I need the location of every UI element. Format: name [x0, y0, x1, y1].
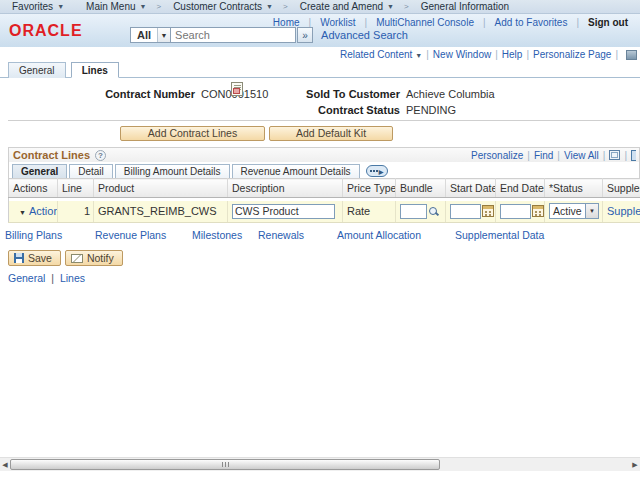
footer-general-link[interactable]: General: [8, 272, 45, 284]
chevron-down-icon: ▼: [266, 3, 273, 10]
lookup-icon[interactable]: [428, 206, 439, 217]
notify-button[interactable]: Notify: [65, 250, 123, 266]
grid-tab-billing-amount-details[interactable]: Billing Amount Details: [115, 164, 230, 178]
search-input[interactable]: [171, 27, 296, 43]
col-status: *Status: [545, 179, 603, 198]
breadcrumb-favorites[interactable]: Favorites▼: [0, 1, 74, 12]
calendar-icon[interactable]: [482, 205, 494, 217]
breadcrumb-main-menu[interactable]: Main Menu▼: [74, 1, 156, 12]
contract-info: Contract Number CON0001510 Sold To Custo…: [0, 82, 640, 120]
add-default-kit-button[interactable]: Add Default Kit: [269, 126, 393, 141]
new-window-link[interactable]: New Window: [433, 49, 491, 60]
tab-lines[interactable]: Lines: [71, 62, 119, 78]
chevron-down-icon: ▼: [19, 209, 26, 216]
col-line: Line: [58, 179, 94, 198]
description-input[interactable]: [232, 204, 335, 219]
row-price-type: Rate: [343, 201, 396, 223]
tab-general[interactable]: General: [8, 62, 66, 78]
related-links: Billing Plans Revenue Plans Milestones R…: [0, 229, 640, 242]
related-content-link[interactable]: Related Content▼: [340, 49, 422, 60]
chevron-down-icon: ▼: [57, 3, 64, 10]
personalize-layout-icon[interactable]: [626, 50, 637, 60]
col-description: Description: [228, 179, 343, 198]
row-product: GRANTS_REIMB_CWS: [94, 201, 228, 223]
horizontal-scrollbar[interactable]: ◀ ▶: [0, 457, 640, 471]
calendar-icon[interactable]: [532, 205, 544, 217]
sold-to-customer-value: Achieve Columbia: [406, 88, 495, 100]
personalize-link[interactable]: Personalize: [471, 150, 523, 161]
add-buttons: Add Contract Lines Add Default Kit: [120, 126, 393, 141]
search-scope-select[interactable]: All ▼: [130, 27, 171, 43]
grid-tab-revenue-amount-details[interactable]: Revenue Amount Details: [232, 164, 360, 178]
contract-lines-group: Contract Lines ? Personalize | Find | Vi…: [8, 147, 640, 223]
supplemental-data-link[interactable]: Supplemental Data: [455, 229, 544, 241]
status-select[interactable]: Active ▼: [549, 203, 599, 219]
nav-add-to-favorites[interactable]: Add to Favorites: [486, 17, 577, 28]
find-link[interactable]: Find: [534, 150, 553, 161]
col-start-date: Start Date: [446, 179, 496, 198]
col-price-type: Price Type: [343, 179, 396, 198]
breadcrumb-general-information: General Information: [409, 1, 519, 12]
grid-tabs: General Detail Billing Amount Details Re…: [8, 162, 640, 178]
zoom-grid-icon[interactable]: [631, 150, 636, 161]
contract-lines-header: Contract Lines ? Personalize | Find | Vi…: [8, 147, 640, 162]
scrollbar-thumb[interactable]: [10, 459, 440, 470]
oracle-logo: ORACLE: [9, 22, 83, 40]
peoplesoft-page: Favorites▼ Main Menu▼ > Customer Contrac…: [0, 0, 640, 480]
add-contract-lines-button[interactable]: Add Contract Lines: [120, 126, 265, 141]
revenue-plans-link[interactable]: Revenue Plans: [95, 229, 166, 241]
col-end-date: End Date: [496, 179, 545, 198]
row-line-number: 1: [58, 201, 94, 223]
help-icon[interactable]: ?: [95, 150, 106, 161]
start-date-input[interactable]: [450, 204, 481, 219]
sign-out-link[interactable]: Sign out: [579, 17, 634, 28]
download-grid-icon[interactable]: [609, 150, 620, 160]
table-row: ▼Actions 1 GRANTS_REIMB_CWS Rate Active …: [9, 201, 640, 223]
save-icon: [14, 253, 24, 263]
page-tabs: General Lines: [0, 62, 640, 78]
row-actions-menu[interactable]: ▼Actions: [19, 205, 58, 217]
grid-toolbar: Personalize | Find | View All | |: [471, 150, 636, 161]
billing-plans-link[interactable]: Billing Plans: [5, 229, 62, 241]
col-bundle: Bundle: [396, 179, 446, 198]
grid-tab-general[interactable]: General: [12, 164, 67, 178]
personalize-page-link[interactable]: Personalize Page: [533, 49, 611, 60]
grid-tab-detail[interactable]: Detail: [69, 164, 113, 178]
contract-lines-table: Actions Line Product Description Price T…: [8, 178, 640, 223]
notes-icon[interactable]: [231, 82, 243, 96]
show-all-columns-icon[interactable]: ▶: [366, 165, 388, 177]
end-date-input[interactable]: [500, 204, 531, 219]
contract-status-value: PENDING: [406, 104, 456, 116]
scroll-left-arrow-icon[interactable]: ◀: [1, 460, 9, 470]
divider: [8, 120, 640, 121]
chevron-down-icon: ▼: [415, 52, 422, 59]
notify-icon: [71, 254, 83, 263]
footer-links: General | Lines: [8, 272, 85, 284]
renewals-link[interactable]: Renewals: [258, 229, 304, 241]
amount-allocation-link[interactable]: Amount Allocation: [337, 229, 421, 241]
col-product: Product: [94, 179, 228, 198]
table-header-row: Actions Line Product Description Price T…: [9, 179, 640, 198]
breadcrumb-create-and-amend[interactable]: Create and Amend▼: [288, 1, 404, 12]
contract-lines-title: Contract Lines: [13, 149, 90, 161]
advanced-search-link[interactable]: Advanced Search: [321, 29, 408, 41]
footer-lines-link[interactable]: Lines: [60, 272, 85, 284]
bundle-input[interactable]: [400, 204, 427, 219]
view-all-link[interactable]: View All: [564, 150, 599, 161]
search-go-button[interactable]: »: [297, 27, 313, 43]
breadcrumb-customer-contracts[interactable]: Customer Contracts▼: [161, 1, 283, 12]
app-header: ORACLE Home | Worklist | MultiChannel Co…: [0, 14, 640, 47]
footer-buttons: Save Notify: [8, 250, 123, 266]
page-toolbar: Related Content▼ | New Window | Help | P…: [0, 47, 640, 62]
contract-number-label: Contract Number: [60, 88, 195, 100]
save-button[interactable]: Save: [8, 250, 61, 266]
row-supplemental-link[interactable]: Suppleme: [607, 205, 640, 217]
chevron-down-icon: ▼: [387, 3, 394, 10]
contract-status-label: Contract Status: [280, 104, 400, 116]
chevron-down-icon: ▼: [140, 3, 147, 10]
scroll-right-arrow-icon[interactable]: ▶: [631, 460, 639, 470]
help-link[interactable]: Help: [502, 49, 523, 60]
chevron-down-icon[interactable]: ▼: [157, 28, 170, 42]
breadcrumb: Favorites▼ Main Menu▼ > Customer Contrac…: [0, 0, 640, 14]
milestones-link[interactable]: Milestones: [192, 229, 242, 241]
